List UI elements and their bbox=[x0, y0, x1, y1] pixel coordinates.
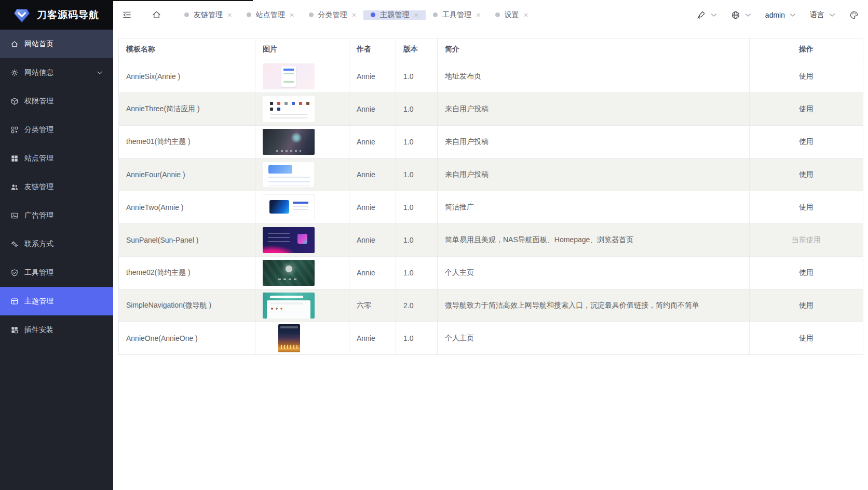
template-name-cell: theme01(简约主题 ) bbox=[119, 126, 255, 158]
topbar-left: 友链管理×站点管理×分类管理×主题管理×工具管理×设置× bbox=[113, 0, 536, 30]
close-icon[interactable]: × bbox=[352, 11, 357, 19]
template-name-cell: AnnieSix(Annie ) bbox=[119, 60, 255, 93]
action-cell: 使用 bbox=[750, 126, 863, 158]
sidebar-item-permissions[interactable]: 权限管理 bbox=[0, 87, 113, 115]
column-header: 操作 bbox=[750, 38, 863, 60]
topbar-item-clear-cache[interactable] bbox=[697, 10, 718, 20]
image-icon bbox=[10, 211, 19, 220]
table-row: AnnieSix(Annie )Annie1.0地址发布页使用 bbox=[119, 60, 863, 93]
use-theme-button[interactable]: 使用 bbox=[799, 137, 813, 145]
use-theme-button[interactable]: 使用 bbox=[799, 72, 813, 80]
tab-sites[interactable]: 站点管理× bbox=[239, 10, 302, 20]
template-thumbnail[interactable] bbox=[263, 162, 315, 188]
author-cell: Annie bbox=[349, 93, 396, 126]
template-name-cell: AnnieOne(AnnieOne ) bbox=[119, 322, 255, 355]
chevron-down-icon bbox=[96, 69, 104, 77]
chevron-down-icon bbox=[743, 10, 753, 20]
sidebar-item-plugins[interactable]: 插件安装 bbox=[0, 315, 113, 344]
template-name-cell: SunPanel(Sun-Panel ) bbox=[119, 224, 255, 257]
sidebar-item-label: 网站首页 bbox=[24, 39, 104, 49]
users-icon bbox=[10, 183, 19, 191]
topbar-item-locale-globe[interactable] bbox=[731, 10, 753, 20]
tab-categories[interactable]: 分类管理× bbox=[302, 10, 364, 20]
table-row: theme01(简约主题 )Annie1.0来自用户投稿使用 bbox=[119, 126, 863, 158]
collapse-sidebar-button[interactable] bbox=[122, 10, 132, 20]
sidebar-item-themes[interactable]: 主题管理 bbox=[0, 287, 113, 315]
thumbnail-cell bbox=[255, 322, 349, 355]
description-cell: 简单易用且美观，NAS导航面板、Homepage、浏览器首页 bbox=[438, 224, 750, 257]
template-thumbnail[interactable] bbox=[263, 194, 315, 220]
close-icon[interactable]: × bbox=[524, 11, 528, 19]
sidebar-item-sites[interactable]: 站点管理 bbox=[0, 144, 113, 173]
sidebar-item-label: 站点管理 bbox=[24, 154, 104, 163]
use-theme-button[interactable]: 使用 bbox=[799, 334, 813, 342]
app-logo[interactable]: 刀客源码导航 bbox=[0, 0, 113, 30]
author-cell: Annie bbox=[349, 60, 396, 93]
template-thumbnail[interactable] bbox=[263, 260, 315, 286]
description-cell: 简洁推广 bbox=[438, 191, 750, 224]
sidebar-item-categories[interactable]: 分类管理 bbox=[0, 115, 113, 144]
author-cell: Annie bbox=[349, 257, 396, 289]
tab-state-dot bbox=[309, 12, 314, 17]
template-thumbnail[interactable] bbox=[278, 324, 300, 352]
layout-icon bbox=[10, 297, 19, 306]
template-thumbnail[interactable] bbox=[263, 293, 315, 319]
home-icon bbox=[10, 40, 19, 48]
tab-tools[interactable]: 工具管理× bbox=[426, 10, 488, 20]
sidebar: 刀客源码导航 网站首页网站信息权限管理分类管理站点管理友链管理广告管理联系方式工… bbox=[0, 0, 113, 490]
description-cell: 个人主页 bbox=[438, 257, 750, 289]
template-thumbnail[interactable] bbox=[263, 63, 315, 89]
action-cell: 使用 bbox=[750, 257, 863, 289]
description-cell: 来自用户投稿 bbox=[438, 126, 750, 158]
chevron-down-icon bbox=[828, 10, 837, 20]
thumbnail-cell bbox=[255, 126, 349, 158]
home-icon bbox=[152, 10, 161, 20]
use-theme-button[interactable]: 使用 bbox=[799, 170, 813, 178]
themes-table: 模板名称图片作者版本简介操作 AnnieSix(Annie )Annie1.0地… bbox=[118, 38, 863, 355]
use-theme-button[interactable]: 使用 bbox=[799, 268, 813, 276]
sidebar-item-tools[interactable]: 工具管理 bbox=[0, 258, 113, 287]
tab-friend-links[interactable]: 友链管理× bbox=[177, 10, 239, 20]
template-thumbnail[interactable] bbox=[263, 96, 315, 122]
author-cell: Annie bbox=[349, 126, 396, 158]
author-cell: Annie bbox=[349, 224, 396, 257]
topbar: 友链管理×站点管理×分类管理×主题管理×工具管理×设置× admin语言 bbox=[113, 0, 868, 30]
sidebar-item-friend-links[interactable]: 友链管理 bbox=[0, 173, 113, 201]
close-icon[interactable]: × bbox=[290, 11, 294, 19]
home-button[interactable] bbox=[152, 10, 161, 20]
tab-label: 分类管理 bbox=[318, 10, 347, 20]
thumbnail-cell bbox=[255, 93, 349, 126]
action-cell: 使用 bbox=[750, 60, 863, 93]
action-cell: 使用 bbox=[750, 93, 863, 126]
use-theme-button[interactable]: 使用 bbox=[799, 203, 813, 211]
sidebar-item-contact[interactable]: 联系方式 bbox=[0, 230, 113, 258]
table-row: SunPanel(Sun-Panel )Annie1.0简单易用且美观，NAS导… bbox=[119, 224, 863, 257]
tab-settings[interactable]: 设置× bbox=[488, 10, 536, 20]
use-theme-button[interactable]: 使用 bbox=[799, 104, 813, 113]
tab-label: 站点管理 bbox=[256, 10, 285, 20]
shield-check-icon bbox=[10, 269, 19, 277]
column-header: 作者 bbox=[349, 38, 396, 60]
service-icon bbox=[10, 240, 19, 248]
use-theme-button[interactable]: 使用 bbox=[799, 301, 813, 309]
template-thumbnail[interactable] bbox=[263, 227, 315, 253]
topbar-item-language[interactable]: 语言 bbox=[810, 10, 837, 20]
close-icon[interactable]: × bbox=[227, 11, 232, 19]
close-icon[interactable]: × bbox=[414, 11, 418, 19]
sidebar-item-site-info[interactable]: 网站信息 bbox=[0, 58, 113, 87]
version-cell: 1.0 bbox=[396, 60, 438, 93]
windows-icon bbox=[10, 154, 19, 163]
thumbnail-cell bbox=[255, 60, 349, 93]
sidebar-item-label: 网站信息 bbox=[24, 68, 96, 77]
version-cell: 1.0 bbox=[396, 93, 438, 126]
table-header-row: 模板名称图片作者版本简介操作 bbox=[119, 38, 863, 60]
close-icon[interactable]: × bbox=[476, 11, 481, 19]
tab-state-dot bbox=[184, 12, 189, 17]
topbar-item-user[interactable]: admin bbox=[765, 10, 797, 20]
tab-label: 工具管理 bbox=[442, 10, 471, 20]
topbar-item-theme-palette[interactable] bbox=[849, 10, 859, 20]
sidebar-item-ads[interactable]: 广告管理 bbox=[0, 201, 113, 230]
sidebar-item-home[interactable]: 网站首页 bbox=[0, 30, 113, 58]
tab-themes[interactable]: 主题管理× bbox=[363, 10, 426, 20]
template-thumbnail[interactable] bbox=[263, 129, 315, 155]
